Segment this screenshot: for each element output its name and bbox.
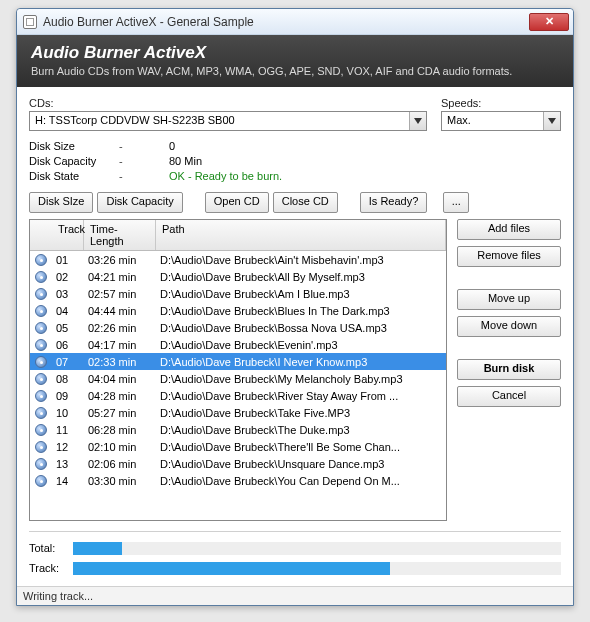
disc-icon <box>35 458 47 470</box>
cancel-button[interactable]: Cancel <box>457 386 561 407</box>
speeds-combo[interactable]: Max. <box>441 111 561 131</box>
is-ready-button[interactable]: Is Ready? <box>360 192 428 213</box>
app-icon <box>23 15 37 29</box>
disc-icon <box>35 373 47 385</box>
burn-disk-button[interactable]: Burn disk <box>457 359 561 380</box>
table-row[interactable]: 1005:27 minD:\Audio\Dave Brubeck\Take Fi… <box>30 404 446 421</box>
move-down-button[interactable]: Move down <box>457 316 561 337</box>
header-subtitle: Burn Audio CDs from WAV, ACM, MP3, WMA, … <box>31 65 559 77</box>
tracks-list[interactable]: Track Time-Length Path 0103:26 minD:\Aud… <box>29 219 447 521</box>
table-row[interactable]: 0204:21 minD:\Audio\Dave Brubeck\All By … <box>30 268 446 285</box>
track-progress <box>73 562 561 575</box>
list-header: Track Time-Length Path <box>30 220 446 251</box>
add-files-button[interactable]: Add files <box>457 219 561 240</box>
disc-icon <box>35 441 47 453</box>
disc-icon <box>35 254 47 266</box>
table-row[interactable]: 1403:30 minD:\Audio\Dave Brubeck\You Can… <box>30 472 446 489</box>
open-cd-button[interactable]: Open CD <box>205 192 269 213</box>
window-title: Audio Burner ActiveX - General Sample <box>43 15 529 29</box>
disc-icon <box>35 271 47 283</box>
table-row[interactable]: 0702:33 minD:\Audio\Dave Brubeck\I Never… <box>30 353 446 370</box>
disc-icon <box>35 305 47 317</box>
speeds-value: Max. <box>442 112 543 130</box>
progress-area: Total: Track: <box>29 531 561 580</box>
table-row[interactable]: 0502:26 minD:\Audio\Dave Brubeck\Bossa N… <box>30 319 446 336</box>
track-label: Track: <box>29 562 73 574</box>
table-row[interactable]: 0103:26 minD:\Audio\Dave Brubeck\Ain't M… <box>30 251 446 268</box>
chevron-down-icon[interactable] <box>409 112 426 130</box>
app-window: Audio Burner ActiveX - General Sample ✕ … <box>16 8 574 606</box>
speeds-label: Speeds: <box>441 97 561 109</box>
total-label: Total: <box>29 542 73 554</box>
table-row[interactable]: 0804:04 minD:\Audio\Dave Brubeck\My Mela… <box>30 370 446 387</box>
cds-combo[interactable]: H: TSSTcorp CDDVDW SH-S223B SB00 <box>29 111 427 131</box>
table-row[interactable]: 0404:44 minD:\Audio\Dave Brubeck\Blues I… <box>30 302 446 319</box>
disk-info-row: Disk State-OK - Ready to be burn. <box>29 169 561 184</box>
toolbar: Disk SIze Disk Capacity Open CD Close CD… <box>29 192 561 213</box>
table-row[interactable]: 0302:57 minD:\Audio\Dave Brubeck\Am I Bl… <box>30 285 446 302</box>
side-buttons: Add files Remove files Move up Move down… <box>457 219 561 521</box>
more-button[interactable]: ... <box>443 192 469 213</box>
disc-icon <box>35 407 47 419</box>
titlebar: Audio Burner ActiveX - General Sample ✕ <box>17 9 573 35</box>
col-track[interactable]: Track <box>52 220 84 250</box>
header-title: Audio Burner ActiveX <box>31 43 559 63</box>
move-up-button[interactable]: Move up <box>457 289 561 310</box>
disc-icon <box>35 288 47 300</box>
disk-size-button[interactable]: Disk SIze <box>29 192 93 213</box>
close-cd-button[interactable]: Close CD <box>273 192 338 213</box>
disk-info-row: Disk Capacity-80 Min <box>29 154 561 169</box>
disk-info-row: Disk Size-0 <box>29 139 561 154</box>
disc-icon <box>35 339 47 351</box>
table-row[interactable]: 1106:28 minD:\Audio\Dave Brubeck\The Duk… <box>30 421 446 438</box>
disc-icon <box>35 390 47 402</box>
close-button[interactable]: ✕ <box>529 13 569 31</box>
col-path[interactable]: Path <box>156 220 446 250</box>
table-row[interactable]: 0604:17 minD:\Audio\Dave Brubeck\Evenin'… <box>30 336 446 353</box>
cds-value: H: TSSTcorp CDDVDW SH-S223B SB00 <box>30 112 409 130</box>
remove-files-button[interactable]: Remove files <box>457 246 561 267</box>
cds-label: CDs: <box>29 97 427 109</box>
table-row[interactable]: 1302:06 minD:\Audio\Dave Brubeck\Unsquar… <box>30 455 446 472</box>
disk-info: Disk Size-0Disk Capacity-80 MinDisk Stat… <box>29 139 561 184</box>
col-time[interactable]: Time-Length <box>84 220 156 250</box>
disk-capacity-button[interactable]: Disk Capacity <box>97 192 182 213</box>
chevron-down-icon[interactable] <box>543 112 560 130</box>
header: Audio Burner ActiveX Burn Audio CDs from… <box>17 35 573 87</box>
disc-icon <box>35 356 47 368</box>
disc-icon <box>35 424 47 436</box>
disc-icon <box>35 475 47 487</box>
total-progress <box>73 542 561 555</box>
disc-icon <box>35 322 47 334</box>
status-bar: Writing track... <box>17 586 573 605</box>
table-row[interactable]: 0904:28 minD:\Audio\Dave Brubeck\River S… <box>30 387 446 404</box>
table-row[interactable]: 1202:10 minD:\Audio\Dave Brubeck\There'l… <box>30 438 446 455</box>
